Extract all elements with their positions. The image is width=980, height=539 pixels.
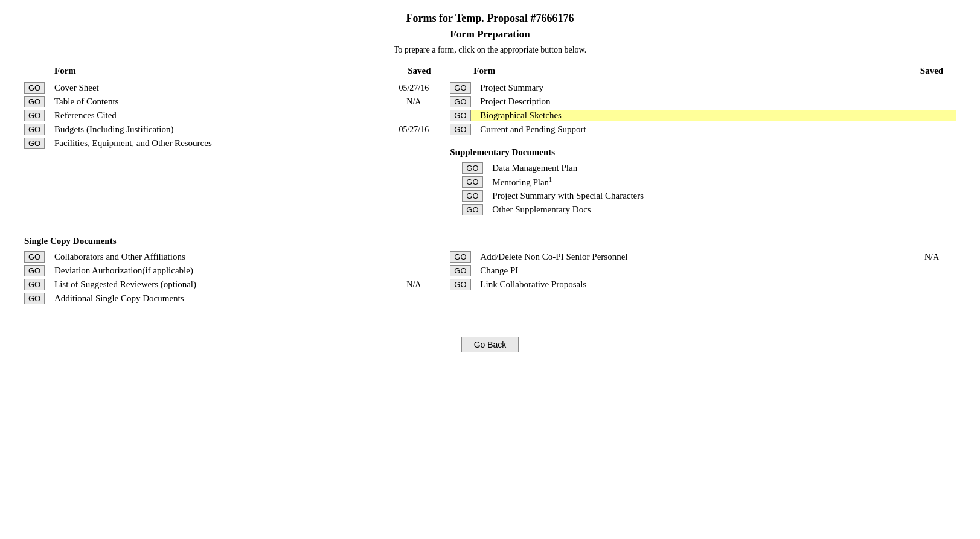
list-item: GO Change PI bbox=[450, 265, 956, 276]
biographical-sketches-label: Biographical Sketches bbox=[480, 110, 908, 121]
list-item: GO Deviation Authorization(if applicable… bbox=[24, 265, 438, 276]
page-instruction: To prepare a form, click on the appropri… bbox=[24, 45, 956, 55]
go-back-container: Go Back bbox=[24, 337, 956, 352]
add-delete-personnel-saved: N/A bbox=[908, 252, 956, 262]
deviation-auth-label: Deviation Authorization(if applicable) bbox=[54, 266, 389, 276]
collaborators-go-button[interactable]: GO bbox=[24, 251, 45, 263]
table-of-contents-saved: N/A bbox=[389, 97, 438, 107]
deviation-auth-go-button[interactable]: GO bbox=[24, 265, 45, 276]
supplementary-section: Supplementary Documents GO Data Manageme… bbox=[450, 147, 956, 215]
list-item: GO Collaborators and Other Affiliations bbox=[24, 251, 438, 263]
cover-sheet-saved: 05/27/16 bbox=[389, 83, 438, 93]
list-item: GO Project Summary with Special Characte… bbox=[462, 190, 956, 202]
references-cited-go-button[interactable]: GO bbox=[24, 110, 45, 121]
data-management-go-button[interactable]: GO bbox=[462, 162, 482, 174]
biographical-sketches-row: GO Biographical Sketches bbox=[450, 110, 956, 121]
biographical-sketches-go-button[interactable]: GO bbox=[450, 110, 470, 121]
list-item: GO Link Collaborative Proposals bbox=[450, 279, 956, 290]
list-item: GO Other Supplementary Docs bbox=[462, 204, 956, 215]
list-item: GO Facilities, Equipment, and Other Reso… bbox=[24, 138, 438, 149]
data-management-label: Data Management Plan bbox=[492, 163, 956, 173]
page-subtitle: Form Preparation bbox=[24, 28, 956, 40]
list-item: GO Cover Sheet 05/27/16 bbox=[24, 82, 438, 94]
single-copy-left-column: GO Collaborators and Other Affiliations … bbox=[24, 251, 438, 307]
additional-single-label: Additional Single Copy Documents bbox=[54, 293, 389, 304]
list-item: GO Table of Contents N/A bbox=[24, 96, 438, 107]
link-collaborative-go-button[interactable]: GO bbox=[450, 279, 470, 290]
list-item: GO Budgets (Including Justification) 05/… bbox=[24, 124, 438, 135]
table-of-contents-label: Table of Contents bbox=[54, 97, 389, 107]
current-pending-label: Current and Pending Support bbox=[480, 124, 908, 135]
cover-sheet-go-button[interactable]: GO bbox=[24, 82, 45, 94]
other-supplementary-go-button[interactable]: GO bbox=[462, 204, 482, 215]
other-supplementary-label: Other Supplementary Docs bbox=[492, 205, 956, 215]
current-pending-go-button[interactable]: GO bbox=[450, 124, 470, 135]
single-copy-section: Single Copy Documents GO Collaborators a… bbox=[24, 236, 956, 307]
project-summary-special-label: Project Summary with Special Characters bbox=[492, 191, 956, 201]
change-pi-label: Change PI bbox=[480, 266, 908, 276]
list-item: GO Project Summary bbox=[450, 82, 956, 94]
references-cited-label: References Cited bbox=[54, 110, 389, 121]
left-form-column-header: Form bbox=[24, 66, 395, 76]
table-of-contents-go-button[interactable]: GO bbox=[24, 96, 45, 107]
left-saved-column-header: Saved bbox=[395, 66, 443, 76]
project-summary-go-button[interactable]: GO bbox=[450, 82, 470, 94]
add-delete-personnel-label: Add/Delete Non Co-PI Senior Personnel bbox=[480, 252, 908, 262]
single-copy-right-column: GO Add/Delete Non Co-PI Senior Personnel… bbox=[450, 251, 956, 307]
project-description-label: Project Description bbox=[480, 97, 908, 107]
collaborators-label: Collaborators and Other Affiliations bbox=[54, 252, 389, 262]
right-form-column-header: Form bbox=[443, 66, 908, 76]
list-item: GO Add/Delete Non Co-PI Senior Personnel… bbox=[450, 251, 956, 263]
list-item: GO Additional Single Copy Documents bbox=[24, 293, 438, 304]
project-summary-label: Project Summary bbox=[480, 83, 908, 93]
suggested-reviewers-label: List of Suggested Reviewers (optional) bbox=[54, 279, 389, 290]
list-item: GO List of Suggested Reviewers (optional… bbox=[24, 279, 438, 290]
go-back-button[interactable]: Go Back bbox=[461, 337, 519, 352]
project-description-go-button[interactable]: GO bbox=[450, 96, 470, 107]
left-forms-column: GO Cover Sheet 05/27/16 GO Table of Cont… bbox=[24, 82, 438, 218]
facilities-label: Facilities, Equipment, and Other Resourc… bbox=[54, 138, 389, 148]
budgets-saved: 05/27/16 bbox=[389, 125, 438, 135]
change-pi-go-button[interactable]: GO bbox=[450, 265, 470, 276]
mentoring-plan-label: Mentoring Plan1 bbox=[492, 176, 956, 188]
right-forms-column: GO Project Summary GO Project Descriptio… bbox=[450, 82, 956, 218]
add-delete-personnel-go-button[interactable]: GO bbox=[450, 251, 470, 263]
link-collaborative-label: Link Collaborative Proposals bbox=[480, 279, 908, 290]
list-item: GO References Cited bbox=[24, 110, 438, 121]
facilities-go-button[interactable]: GO bbox=[24, 138, 45, 149]
list-item: GO Data Management Plan bbox=[462, 162, 956, 174]
list-item: GO Project Description bbox=[450, 96, 956, 107]
additional-single-go-button[interactable]: GO bbox=[24, 293, 45, 304]
budgets-go-button[interactable]: GO bbox=[24, 124, 45, 135]
list-item: GO Mentoring Plan1 bbox=[462, 176, 956, 188]
list-item: GO Current and Pending Support bbox=[450, 124, 956, 135]
cover-sheet-label: Cover Sheet bbox=[54, 83, 389, 93]
suggested-reviewers-go-button[interactable]: GO bbox=[24, 279, 45, 290]
mentoring-plan-go-button[interactable]: GO bbox=[462, 176, 482, 188]
budgets-label: Budgets (Including Justification) bbox=[54, 124, 389, 135]
suggested-reviewers-saved: N/A bbox=[389, 280, 438, 290]
supplementary-section-title: Supplementary Documents bbox=[450, 147, 956, 158]
single-copy-section-title: Single Copy Documents bbox=[24, 236, 956, 246]
mentoring-plan-superscript: 1 bbox=[549, 176, 552, 183]
page-title: Forms for Temp. Proposal #7666176 bbox=[24, 12, 956, 25]
project-summary-special-go-button[interactable]: GO bbox=[462, 190, 482, 202]
right-saved-column-header: Saved bbox=[908, 66, 956, 76]
